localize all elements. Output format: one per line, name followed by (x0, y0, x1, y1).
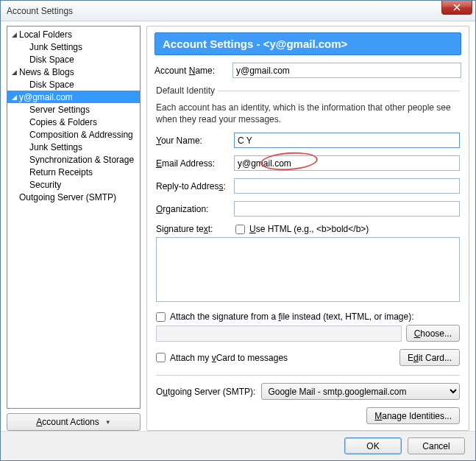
tree-item[interactable]: Return Receipts (7, 166, 140, 178)
use-html-label: Use HTML (e.g., <b>bold</b>) (249, 224, 369, 234)
tree-item[interactable]: Junk Settings (7, 141, 140, 153)
tree-item-label: Junk Settings (29, 42, 82, 52)
tree-item-label: Disk Space (29, 54, 74, 65)
tree-item[interactable]: Composition & Addressing (7, 128, 140, 141)
choose-file-button[interactable]: Choose... (406, 325, 460, 342)
attach-file-checkbox[interactable] (156, 312, 166, 322)
account-name-input[interactable] (232, 63, 461, 78)
your-name-input[interactable] (234, 133, 460, 148)
tree-item-label: Synchronization & Storage (29, 155, 134, 165)
window-title: Account Settings (7, 6, 73, 16)
edit-card-button[interactable]: Edit Card... (399, 349, 460, 366)
expand-arrow-icon: ◢ (12, 68, 19, 76)
tree-item[interactable]: ◢y@gmail.com (7, 91, 140, 103)
tree-item[interactable]: Copies & Folders (7, 116, 140, 128)
attach-vcard-label: Attach my vCard to messages (170, 353, 288, 363)
tree-item-label: y@gmail.com (19, 92, 73, 102)
signature-label: Signature text: (156, 224, 230, 234)
tree-item-label: Outgoing Server (SMTP) (19, 192, 116, 203)
dialog-footer: OK Cancel (1, 431, 475, 460)
tree-item[interactable]: Outgoing Server (SMTP) (7, 191, 140, 203)
ok-button[interactable]: OK (344, 437, 402, 454)
tree-item-label: Disk Space (29, 80, 74, 90)
account-actions-button[interactable]: Account Actions ▼ (7, 413, 141, 431)
smtp-label: Outgoing Server (SMTP): (156, 387, 255, 397)
email-input[interactable] (234, 155, 460, 171)
tree-item[interactable]: Disk Space (7, 53, 140, 66)
main-panel: Account Settings - <y@gmail.com> Account… (146, 26, 469, 431)
attach-file-label: Attach the signature from a file instead… (170, 312, 414, 322)
account-name-label: Account Name: (154, 66, 228, 76)
tree-item[interactable]: ◢Local Folders (7, 28, 140, 41)
cancel-button[interactable]: Cancel (408, 437, 465, 454)
manage-identities-button[interactable]: Manage Identities... (366, 407, 460, 424)
organization-label: Organization: (156, 204, 230, 214)
expand-arrow-icon: ◢ (12, 94, 19, 101)
tree-item[interactable]: Security (7, 178, 140, 191)
account-actions-label: ccount Actions (42, 417, 99, 427)
tree-item-label: Composition & Addressing (29, 130, 133, 140)
sidebar: ◢Local FoldersJunk SettingsDisk Space◢Ne… (7, 26, 141, 431)
identity-legend: Default Identity (156, 85, 218, 96)
panel-banner: Account Settings - <y@gmail.com> (154, 32, 461, 55)
chevron-down-icon: ▼ (105, 419, 111, 426)
reply-to-label: Reply-to Address: (156, 181, 230, 191)
identity-description: Each account has an identity, which is t… (156, 102, 460, 125)
reply-to-input[interactable] (234, 178, 460, 194)
smtp-select[interactable]: Google Mail - smtp.googlemail.com (261, 383, 460, 400)
attach-vcard-checkbox[interactable] (156, 353, 166, 362)
tree-item-label: Junk Settings (29, 142, 82, 152)
signature-file-input (156, 325, 402, 342)
signature-textarea[interactable] (156, 237, 460, 302)
tree-item-label: Copies & Folders (29, 117, 97, 127)
tree-item[interactable]: Junk Settings (7, 41, 140, 53)
tree-item-label: Security (29, 180, 61, 190)
close-icon (453, 4, 461, 11)
tree-item[interactable]: Synchronization & Storage (7, 153, 140, 166)
tree-item[interactable]: Disk Space (7, 78, 140, 91)
close-button[interactable] (441, 0, 472, 15)
tree-item-label: Return Receipts (29, 167, 93, 177)
tree-item-label: Local Folders (19, 29, 72, 40)
tree-item[interactable]: Server Settings (7, 103, 140, 116)
organization-input[interactable] (234, 201, 460, 217)
titlebar: Account Settings (1, 1, 475, 21)
use-html-checkbox[interactable] (235, 225, 245, 234)
your-name-label: Your Name: (156, 136, 230, 146)
account-tree[interactable]: ◢Local FoldersJunk SettingsDisk Space◢Ne… (7, 26, 141, 409)
separator (156, 375, 460, 376)
expand-arrow-icon: ◢ (12, 31, 19, 38)
email-label: Email Address: (156, 158, 230, 169)
tree-item[interactable]: ◢News & Blogs (7, 66, 140, 78)
tree-item-label: News & Blogs (19, 67, 74, 77)
tree-item-label: Server Settings (29, 105, 90, 115)
default-identity-group: Default Identity Each account has an ide… (156, 85, 460, 424)
